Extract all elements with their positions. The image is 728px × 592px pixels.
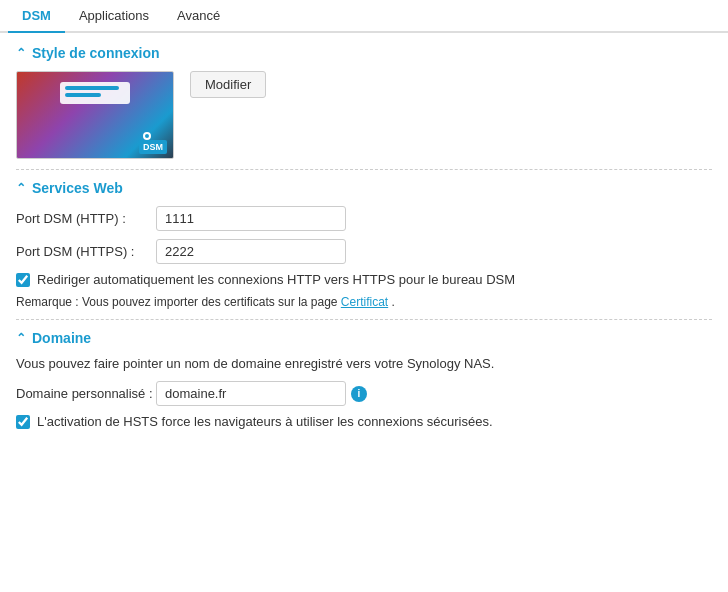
main-content: ⌃ Style de connexion DSM Modifier ⌃ Se bbox=[0, 33, 728, 449]
info-icon[interactable]: i bbox=[351, 386, 367, 402]
port-https-input[interactable] bbox=[156, 239, 346, 264]
dsm-thumb-inner: DSM bbox=[17, 72, 173, 158]
section-style-connexion: ⌃ Style de connexion DSM Modifier bbox=[16, 45, 712, 170]
section-title-domaine: Domaine bbox=[32, 330, 91, 346]
tab-avance[interactable]: Avancé bbox=[163, 0, 234, 33]
connection-style-container: DSM Modifier bbox=[16, 71, 712, 159]
form-row-http: Port DSM (HTTP) : bbox=[16, 206, 712, 231]
remark-text: Remarque : Vous pouvez importer des cert… bbox=[16, 295, 712, 309]
port-http-label: Port DSM (HTTP) : bbox=[16, 211, 156, 226]
section-services-web: ⌃ Services Web Port DSM (HTTP) : Port DS… bbox=[16, 180, 712, 320]
dsm-label-badge: DSM bbox=[139, 140, 167, 154]
hsts-checkbox-row: L'activation de HSTS force les navigateu… bbox=[16, 414, 712, 429]
remark-suffix: . bbox=[388, 295, 395, 309]
dsm-card-line-2 bbox=[65, 93, 101, 97]
divider-style bbox=[16, 169, 712, 170]
hsts-label: L'activation de HSTS force les navigateu… bbox=[37, 414, 493, 429]
hsts-checkbox[interactable] bbox=[16, 415, 30, 429]
port-https-label: Port DSM (HTTPS) : bbox=[16, 244, 156, 259]
redirect-checkbox-row: Rediriger automatiquement les connexions… bbox=[16, 272, 712, 287]
form-row-domain: Domaine personnalisé : i bbox=[16, 381, 712, 406]
redirect-label: Rediriger automatiquement les connexions… bbox=[37, 272, 515, 287]
divider-services bbox=[16, 319, 712, 320]
domain-description: Vous pouvez faire pointer un nom de doma… bbox=[16, 356, 712, 371]
chevron-icon-style: ⌃ bbox=[16, 46, 26, 60]
section-header-services-web[interactable]: ⌃ Services Web bbox=[16, 180, 712, 196]
modify-button[interactable]: Modifier bbox=[190, 71, 266, 98]
tab-dsm[interactable]: DSM bbox=[8, 0, 65, 33]
port-http-input[interactable] bbox=[156, 206, 346, 231]
dsm-thumbnail[interactable]: DSM bbox=[16, 71, 174, 159]
domain-input-group: i bbox=[156, 381, 367, 406]
certificat-link[interactable]: Certificat bbox=[341, 295, 388, 309]
domain-label: Domaine personnalisé : bbox=[16, 386, 156, 401]
section-title-style: Style de connexion bbox=[32, 45, 160, 61]
redirect-checkbox[interactable] bbox=[16, 273, 30, 287]
section-title-services: Services Web bbox=[32, 180, 123, 196]
chevron-icon-domaine: ⌃ bbox=[16, 331, 26, 345]
chevron-icon-services: ⌃ bbox=[16, 181, 26, 195]
form-row-https: Port DSM (HTTPS) : bbox=[16, 239, 712, 264]
remark-prefix: Remarque : bbox=[16, 295, 82, 309]
domain-input[interactable] bbox=[156, 381, 346, 406]
section-header-style-connexion[interactable]: ⌃ Style de connexion bbox=[16, 45, 712, 61]
remark-body: Vous pouvez importer des certificats sur… bbox=[82, 295, 341, 309]
dsm-thumb-dot bbox=[143, 132, 151, 140]
section-header-domaine[interactable]: ⌃ Domaine bbox=[16, 330, 712, 346]
dsm-thumb-card bbox=[60, 82, 130, 104]
dsm-card-line-1 bbox=[65, 86, 119, 90]
tab-bar: DSM Applications Avancé bbox=[0, 0, 728, 33]
section-domaine: ⌃ Domaine Vous pouvez faire pointer un n… bbox=[16, 330, 712, 429]
tab-applications[interactable]: Applications bbox=[65, 0, 163, 33]
